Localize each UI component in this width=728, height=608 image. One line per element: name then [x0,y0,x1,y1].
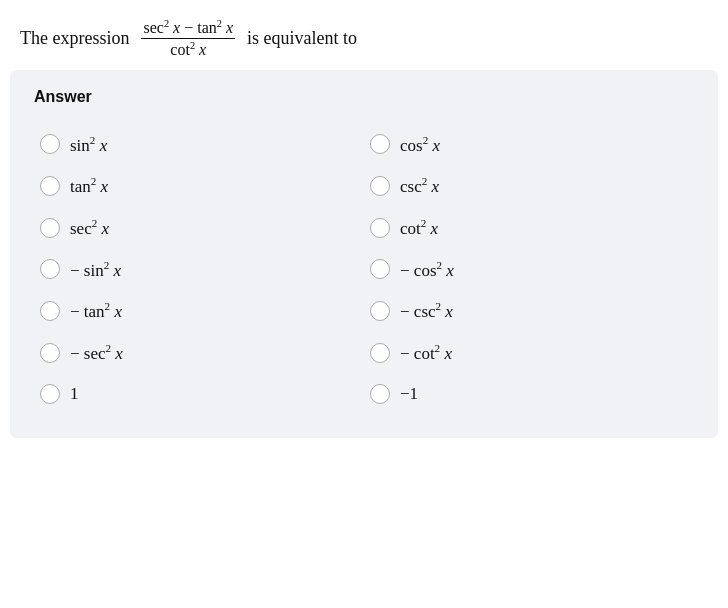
option-cot2x-label: cot2 x [400,217,438,239]
option-neg-sec2x[interactable]: − sec2 x [34,332,364,374]
option-neg-tan2x[interactable]: − tan2 x [34,290,364,332]
question-prefix: The expression [20,28,129,49]
radio-neg-tan2x[interactable] [40,301,60,321]
fraction-numerator: sec2 x − tan2 x [141,18,235,39]
option-neg-cot2x[interactable]: − cot2 x [364,332,694,374]
option-csc2x[interactable]: csc2 x [364,165,694,207]
option-neg-tan2x-label: − tan2 x [70,300,122,322]
answer-label: Answer [34,88,694,106]
radio-csc2x[interactable] [370,176,390,196]
option-neg-1[interactable]: −1 [364,374,694,414]
option-sec2x-label: sec2 x [70,217,109,239]
question-area: The expression sec2 x − tan2 x cot2 x is… [0,0,728,70]
option-1-label: 1 [70,384,79,404]
option-cot2x[interactable]: cot2 x [364,207,694,249]
fraction-denominator: cot2 x [168,39,208,59]
options-left-column: sin2 x tan2 x sec2 x − sin2 x − tan2 x −… [34,124,364,414]
option-neg-sin2x[interactable]: − sin2 x [34,249,364,291]
option-sec2x[interactable]: sec2 x [34,207,364,249]
option-1[interactable]: 1 [34,374,364,414]
option-neg-1-label: −1 [400,384,418,404]
radio-neg-1[interactable] [370,384,390,404]
options-right-column: cos2 x csc2 x cot2 x − cos2 x − csc2 x −… [364,124,694,414]
radio-sec2x[interactable] [40,218,60,238]
radio-tan2x[interactable] [40,176,60,196]
radio-sin2x[interactable] [40,134,60,154]
option-neg-cot2x-label: − cot2 x [400,342,452,364]
radio-1[interactable] [40,384,60,404]
option-cos2x[interactable]: cos2 x [364,124,694,166]
radio-neg-csc2x[interactable] [370,301,390,321]
option-neg-sec2x-label: − sec2 x [70,342,123,364]
option-neg-cos2x[interactable]: − cos2 x [364,249,694,291]
option-cos2x-label: cos2 x [400,134,440,156]
option-neg-csc2x-label: − csc2 x [400,300,453,322]
answer-section: Answer sin2 x tan2 x sec2 x − sin2 x − [10,70,718,438]
option-tan2x[interactable]: tan2 x [34,165,364,207]
option-neg-sin2x-label: − sin2 x [70,259,121,281]
radio-neg-sin2x[interactable] [40,259,60,279]
radio-cot2x[interactable] [370,218,390,238]
option-neg-csc2x[interactable]: − csc2 x [364,290,694,332]
option-sin2x-label: sin2 x [70,134,107,156]
option-tan2x-label: tan2 x [70,175,108,197]
radio-neg-cos2x[interactable] [370,259,390,279]
option-csc2x-label: csc2 x [400,175,439,197]
option-sin2x[interactable]: sin2 x [34,124,364,166]
question-suffix: is equivalent to [247,28,357,49]
radio-neg-cot2x[interactable] [370,343,390,363]
option-neg-cos2x-label: − cos2 x [400,259,454,281]
options-grid: sin2 x tan2 x sec2 x − sin2 x − tan2 x −… [34,124,694,414]
radio-cos2x[interactable] [370,134,390,154]
fraction: sec2 x − tan2 x cot2 x [141,18,235,60]
radio-neg-sec2x[interactable] [40,343,60,363]
